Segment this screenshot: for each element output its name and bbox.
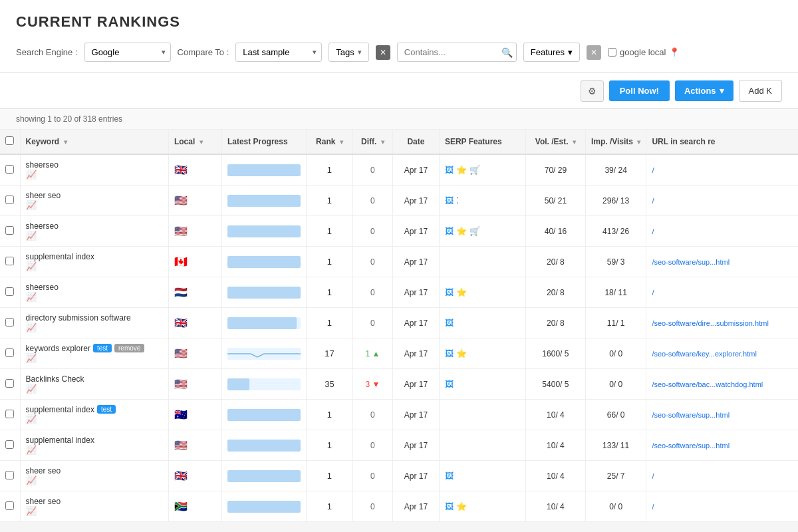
row-checkbox[interactable] — [5, 379, 14, 388]
vol-value: 10/ 4 — [547, 441, 565, 450]
vol-value: 1600/ 5 — [542, 349, 569, 358]
country-flag: 🇦🇺 — [174, 409, 188, 420]
vol-column-header[interactable]: Vol. /Est. ▾ — [525, 130, 585, 154]
keyword-chart-icon[interactable]: 📈 — [26, 292, 37, 302]
row-checkbox[interactable] — [5, 165, 14, 174]
table-row: sheer seo📈🇬🇧 10Apr 17🖼10/ 425/ 7/ — [0, 461, 798, 491]
tag-test[interactable]: test — [97, 405, 116, 414]
keyword-text: supplemental index — [26, 436, 94, 445]
serp-features: 🖼⭐ — [445, 348, 520, 358]
compare-to-select-wrapper: Last sample Previous week ▾ — [235, 43, 322, 62]
url-value[interactable]: /seo-software/bac...watchdog.html — [652, 380, 763, 388]
keyword-chart-icon[interactable]: 📈 — [26, 506, 37, 516]
keyword-chart-icon[interactable]: 📈 — [26, 170, 37, 180]
progress-bar — [227, 256, 301, 268]
diff-column-header[interactable]: Diff. ▾ — [352, 130, 392, 154]
local-column-header[interactable]: Local ▾ — [168, 130, 221, 154]
diff-value: 0 — [370, 502, 375, 511]
date-value: Apr 17 — [404, 227, 428, 236]
rank-value: 1 — [327, 257, 332, 267]
keyword-chart-icon[interactable]: 📈 — [26, 353, 37, 363]
keyword-chart-icon[interactable]: 📈 — [26, 261, 37, 271]
serp-icon-star: ⭐ — [456, 287, 467, 297]
diff-value: 0 — [370, 257, 375, 267]
select-all-checkbox[interactable] — [5, 136, 14, 145]
diff-value: 3 ▼ — [365, 380, 380, 389]
tags-button[interactable]: Tags ▾ — [329, 43, 368, 62]
keyword-chart-icon[interactable]: 📈 — [26, 323, 37, 332]
contains-input[interactable] — [397, 43, 517, 62]
compare-to-select[interactable]: Last sample Previous week — [235, 43, 322, 62]
serp-icon-star: ⭐ — [456, 348, 467, 358]
url-value[interactable]: /seo-software/key...explorer.html — [652, 350, 757, 358]
url-value[interactable]: / — [652, 166, 654, 174]
row-checkbox[interactable] — [5, 318, 14, 327]
google-local-label: google local 📍 — [608, 47, 680, 57]
row-checkbox[interactable] — [5, 440, 14, 449]
row-checkbox[interactable] — [5, 287, 14, 296]
row-checkbox[interactable] — [5, 501, 14, 510]
serp-column-header: SERP Features — [439, 130, 525, 154]
serp-features: 🖼⭐ — [445, 287, 520, 297]
google-local-checkbox[interactable] — [608, 48, 616, 57]
features-button[interactable]: Features ▾ — [523, 43, 580, 62]
date-value: Apr 17 — [404, 196, 428, 205]
rank-column-header[interactable]: Rank ▾ — [306, 130, 352, 154]
url-value[interactable]: / — [652, 503, 654, 511]
features-clear-button[interactable]: ✕ — [587, 45, 601, 60]
keyword-text: sheerseo — [26, 160, 59, 170]
imp-column-header[interactable]: Imp. /Visits ▾ — [585, 130, 646, 154]
url-value[interactable]: /seo-software/sup...html — [652, 411, 730, 419]
keyword-column-header[interactable]: Keyword ▾ — [20, 130, 168, 154]
keyword-text: sheerseo — [26, 221, 59, 231]
settings-button[interactable]: ⚙ — [581, 80, 604, 102]
vol-value: 10/ 4 — [547, 471, 565, 481]
progress-bar — [227, 164, 301, 176]
serp-features: 🖼 — [445, 318, 520, 328]
vol-value: 50/ 21 — [545, 196, 567, 205]
serp-icon-star: ⭐ — [456, 501, 467, 511]
url-value[interactable]: / — [652, 227, 654, 235]
diff-value: 0 — [370, 166, 375, 175]
country-flag: 🇿🇦 — [174, 501, 188, 512]
poll-now-button[interactable]: Poll Now! — [609, 80, 670, 101]
keyword-chart-icon[interactable]: 📈 — [26, 445, 37, 455]
keyword-text: directory submission software — [26, 313, 131, 323]
url-value[interactable]: /seo-software/dire...submission.html — [652, 319, 768, 327]
rankings-table: Keyword ▾ Local ▾ Latest Progress Rank ▾… — [0, 130, 798, 522]
contains-search-button[interactable]: 🔍 — [501, 47, 513, 58]
row-checkbox[interactable] — [5, 257, 14, 265]
keyword-chart-icon[interactable]: 📈 — [26, 231, 37, 241]
row-checkbox[interactable] — [5, 410, 14, 418]
date-value: Apr 17 — [404, 166, 428, 175]
add-keyword-button[interactable]: Add K — [739, 80, 782, 102]
keyword-chart-icon[interactable]: 📈 — [26, 475, 37, 485]
tag-test[interactable]: test — [93, 344, 112, 352]
rank-value: 1 — [327, 440, 332, 450]
imp-value: 66/ 0 — [607, 410, 625, 420]
url-column-header: URL in search re — [646, 130, 798, 154]
url-value[interactable]: / — [652, 289, 654, 297]
imp-value: 18/ 11 — [604, 288, 626, 297]
keyword-chart-icon[interactable]: 📈 — [26, 384, 37, 394]
table-row: sheerseo📈🇺🇸 10Apr 17🖼⭐🛒40/ 16413/ 26/ — [0, 216, 798, 247]
url-value[interactable]: /seo-software/sup...html — [652, 258, 730, 266]
url-value[interactable]: / — [652, 197, 654, 205]
tag-remove[interactable]: remove — [114, 344, 144, 352]
row-checkbox[interactable] — [5, 348, 14, 357]
serp-icon-camera: 🖼 — [445, 379, 454, 389]
country-flag: 🇺🇸 — [174, 440, 188, 451]
row-checkbox[interactable] — [5, 471, 14, 479]
row-checkbox[interactable] — [5, 226, 14, 235]
keyword-chart-icon[interactable]: 📈 — [26, 200, 37, 210]
actions-button[interactable]: Actions ▾ — [675, 80, 733, 101]
search-engine-select[interactable]: Google Bing Yahoo — [84, 43, 171, 62]
url-value[interactable]: / — [652, 472, 654, 480]
keyword-chart-icon[interactable]: 📈 — [26, 414, 37, 424]
vol-value: 20/ 8 — [547, 288, 565, 297]
progress-bar — [227, 409, 301, 421]
tags-clear-button[interactable]: ✕ — [376, 45, 390, 60]
url-value[interactable]: /seo-software/sup...html — [652, 442, 730, 450]
local-sort-icon: ▾ — [200, 138, 203, 146]
row-checkbox[interactable] — [5, 196, 14, 204]
